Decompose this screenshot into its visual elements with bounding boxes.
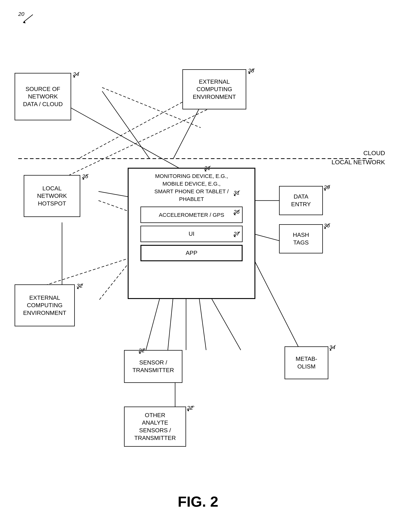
svg-line-1: [102, 91, 150, 159]
svg-line-43: [140, 348, 145, 353]
svg-line-14: [199, 295, 206, 350]
ref-22-arrow: [138, 347, 147, 355]
svg-line-37: [325, 185, 330, 190]
hash-tags-box: HASHTAGS: [279, 224, 323, 253]
diagram: 20 SOURCE OFNETWORKDATA / CLOUD 24 EXTER…: [0, 0, 396, 532]
svg-line-18: [252, 233, 279, 241]
ref-34-arrow: [328, 344, 338, 351]
svg-line-12: [168, 295, 173, 350]
monitoring-device-label: MONITORING DEVICE, E.G.,MOBILE DEVICE, E…: [154, 172, 228, 203]
ref-21-arrow: [203, 165, 212, 172]
ref-20-arrow: [15, 11, 36, 26]
svg-line-19: [252, 255, 303, 355]
svg-line-21: [24, 15, 33, 22]
svg-line-15: [210, 295, 241, 350]
svg-line-25: [249, 68, 255, 73]
ref-22p-arrow: [186, 405, 195, 412]
source-network-box: SOURCE OFNETWORKDATA / CLOUD: [15, 73, 71, 120]
svg-line-33: [234, 210, 240, 214]
ref-26-arrow: [233, 209, 242, 216]
svg-line-6: [69, 106, 215, 175]
ref-27-arrow: [233, 231, 242, 238]
ui-box: UI: [140, 226, 243, 242]
ref-29-arrow: [323, 184, 332, 191]
svg-line-11: [146, 295, 161, 350]
svg-line-47: [330, 345, 336, 350]
other-analyte-box: OTHERANALYTESENSORS /TRANSMITTER: [124, 406, 186, 447]
svg-line-39: [325, 223, 330, 228]
app-box: APP: [140, 245, 243, 261]
sensor-transmitter-box: SENSOR /TRANSMITTER: [124, 350, 182, 383]
ref-32-arrow: [76, 283, 85, 290]
local-network-label: LOCAL NETWORK: [332, 159, 385, 166]
svg-line-29: [205, 166, 211, 171]
ref-28-arrow: [247, 68, 256, 75]
fig-label: FIG. 2: [0, 493, 396, 510]
accelerometer-gps-box: ACCELEROMETER / GPS: [140, 206, 243, 223]
external-computing-bottom-box: EXTERNALCOMPUTINGENVIRONMENT: [15, 284, 75, 326]
svg-line-27: [83, 174, 88, 179]
local-network-hotspot-box: LOCALNETWORKHOTSPOT: [24, 175, 80, 217]
svg-line-3: [173, 106, 201, 159]
data-entry-box: DATAENTRY: [279, 186, 323, 215]
svg-line-41: [77, 284, 83, 288]
ref-25-arrow: [81, 173, 90, 181]
svg-line-45: [188, 406, 193, 410]
ref-24-arrow: [72, 71, 81, 78]
cloud-label: CLOUD: [363, 149, 385, 157]
ref-36-arrow: [323, 223, 332, 230]
ref-31-arrow: [233, 190, 242, 197]
metabolism-box: METAB-OLISM: [285, 346, 328, 379]
svg-line-5: [64, 104, 192, 175]
svg-line-23: [74, 72, 79, 77]
svg-line-4: [78, 102, 182, 159]
svg-line-35: [234, 232, 240, 236]
external-computing-top-box: EXTERNALCOMPUTINGENVIRONMENT: [182, 69, 246, 109]
svg-line-31: [234, 190, 240, 195]
